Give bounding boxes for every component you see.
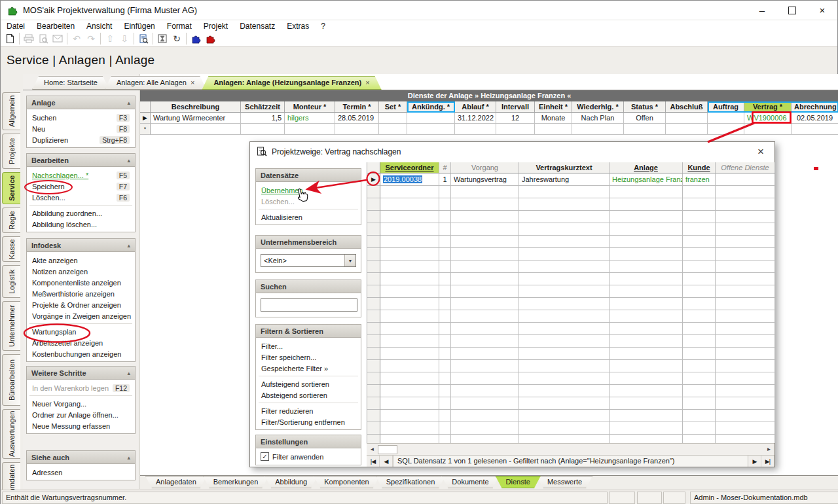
col-kunde[interactable]: Kunde <box>683 162 716 173</box>
empty-cell[interactable] <box>610 335 683 348</box>
cell-status[interactable]: Offen <box>624 113 666 124</box>
empty-cell[interactable] <box>683 223 716 236</box>
sidebar-item-duplizieren[interactable]: DuplizierenStrg+F8 <box>27 134 135 145</box>
col-status[interactable]: Status * <box>624 101 666 113</box>
empty-cell[interactable] <box>451 186 519 198</box>
empty-cell[interactable] <box>451 422 519 435</box>
cell-ablauf[interactable]: 31.12.2022 <box>455 113 496 124</box>
menu-extras[interactable]: Extras <box>281 21 315 31</box>
empty-cell[interactable] <box>439 372 451 385</box>
scrollbar-thumb[interactable] <box>378 445 397 454</box>
empty-cell[interactable] <box>519 211 610 223</box>
empty-cell[interactable] <box>624 124 666 135</box>
tab-dokumente[interactable]: Dokumente <box>441 476 499 488</box>
empty-cell[interactable] <box>519 298 610 310</box>
sidebar-item-vorgaenge-zweige[interactable]: Vorgänge in Zweigen anzeigen <box>27 310 135 321</box>
cell-schaetzzeit[interactable]: 1,5 <box>241 113 285 124</box>
empty-cell[interactable] <box>610 410 683 422</box>
empty-cell[interactable] <box>716 435 775 443</box>
tab-abbildung[interactable]: Abbildung <box>264 476 318 488</box>
empty-cell[interactable] <box>610 310 683 323</box>
tab-dienste[interactable]: Dienste <box>496 476 541 488</box>
menu-projekt[interactable]: Projekt <box>198 21 234 31</box>
cell-beschreibung[interactable]: Wartung Wärmecenter <box>151 113 241 124</box>
empty-cell[interactable] <box>451 223 519 236</box>
empty-cell[interactable] <box>519 348 610 360</box>
col-ankuendg[interactable]: Ankündg. * <box>407 101 455 113</box>
checkbox-checked-icon[interactable]: ✓ <box>261 452 269 461</box>
col-vertragskurztext[interactable]: Vertragskurztext <box>519 162 610 173</box>
empty-cell[interactable] <box>744 124 792 135</box>
move-down-icon[interactable]: ⇩ <box>117 32 132 45</box>
empty-cell[interactable] <box>610 298 683 310</box>
unternehmensbereich-dropdown[interactable]: <Kein> ▼ <box>261 254 356 267</box>
dialog-grid-empty-row[interactable] <box>367 211 775 223</box>
empty-cell[interactable] <box>451 211 519 223</box>
sidebar-item-adressen[interactable]: Adressen <box>27 467 135 478</box>
empty-cell[interactable] <box>683 236 716 248</box>
close-tab-icon[interactable]: × <box>365 79 369 86</box>
section-header-siehe-auch[interactable]: Siehe auch▴ <box>27 451 135 464</box>
empty-cell[interactable] <box>610 397 683 410</box>
empty-cell[interactable] <box>716 335 775 348</box>
sidebar-item-komponentenliste[interactable]: Komponentenliste anzeigen <box>27 277 135 288</box>
dialog-item-filter-entfernen[interactable]: Filter/Sortierung entfernen <box>256 416 361 427</box>
empty-cell[interactable] <box>610 348 683 360</box>
empty-cell[interactable] <box>519 273 610 285</box>
module-tab-projekte[interactable]: Projekte <box>2 134 20 169</box>
empty-cell[interactable] <box>610 186 683 198</box>
empty-cell[interactable] <box>716 198 775 211</box>
empty-cell[interactable] <box>451 198 519 211</box>
empty-cell[interactable] <box>439 335 451 348</box>
scroll-right-icon[interactable]: ► <box>763 444 774 455</box>
col-auftrag[interactable]: Auftrag <box>708 101 744 113</box>
empty-cell[interactable] <box>380 360 439 372</box>
empty-cell[interactable] <box>241 124 285 135</box>
empty-cell[interactable] <box>519 435 610 443</box>
dialog-item-filter-reduzieren[interactable]: Filter reduzieren <box>256 405 361 416</box>
empty-cell[interactable] <box>380 348 439 360</box>
empty-cell[interactable] <box>439 198 451 211</box>
col-termin[interactable]: Termin * <box>335 101 379 113</box>
empty-cell[interactable] <box>666 124 708 135</box>
empty-cell[interactable] <box>683 285 716 298</box>
col-offene-dienste[interactable]: Offene Dienste <box>716 162 775 173</box>
empty-cell[interactable] <box>439 310 451 323</box>
new-document-icon[interactable] <box>3 32 17 45</box>
section-header-weitere-schritte[interactable]: Weitere Schritte▴ <box>27 367 135 380</box>
menu-ansicht[interactable]: Ansicht <box>81 21 118 31</box>
mail-icon[interactable] <box>50 32 65 45</box>
plugin-red-icon[interactable] <box>203 32 217 45</box>
empty-cell[interactable] <box>716 323 775 335</box>
module-tab-kasse[interactable]: Kasse <box>2 236 20 262</box>
sidebar-item-projekte-ordner[interactable]: Projekte & Ordner anzeigen <box>27 299 135 310</box>
col-beschreibung[interactable]: Beschreibung <box>151 101 241 113</box>
col-abrechnung[interactable]: Abrechnung <box>792 101 838 113</box>
cell-vertragskurztext[interactable]: Jahreswartung <box>519 173 610 186</box>
empty-cell[interactable] <box>380 372 439 385</box>
cell-anlage[interactable]: Heizungsanlage Franzen <box>610 173 683 186</box>
empty-cell[interactable] <box>716 273 775 285</box>
menu-datei[interactable]: Datei <box>1 21 31 31</box>
empty-cell[interactable] <box>610 236 683 248</box>
empty-cell[interactable] <box>610 198 683 211</box>
empty-cell[interactable] <box>683 310 716 323</box>
dialog-grid-empty-row[interactable] <box>367 422 775 435</box>
grid-new-row[interactable]: * <box>140 124 838 135</box>
col-abschluss[interactable]: Abschluß <box>666 101 708 113</box>
cell-set[interactable] <box>379 113 407 124</box>
empty-cell[interactable] <box>439 435 451 443</box>
empty-cell[interactable] <box>439 323 451 335</box>
empty-cell[interactable] <box>519 285 610 298</box>
empty-cell[interactable] <box>519 360 610 372</box>
empty-cell[interactable] <box>519 198 610 211</box>
empty-cell[interactable] <box>683 186 716 198</box>
section-header-infodesk[interactable]: Infodesk▴ <box>27 239 135 252</box>
module-tab-unternehmer[interactable]: Unternehmer <box>2 301 20 351</box>
empty-cell[interactable] <box>380 261 439 273</box>
cell-einheit[interactable]: Monate <box>535 113 572 124</box>
empty-cell[interactable] <box>716 236 775 248</box>
grid-data-row[interactable]: ▶ Wartung Wärmecenter 1,5 hilgers 28.05.… <box>140 113 838 124</box>
collapse-icon[interactable]: ▴ <box>127 370 130 376</box>
empty-cell[interactable] <box>716 223 775 236</box>
